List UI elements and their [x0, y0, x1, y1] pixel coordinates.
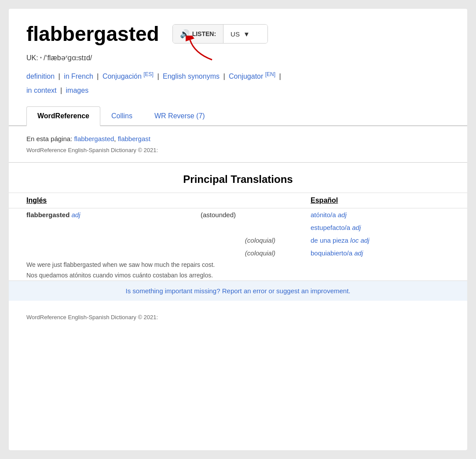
content-section: En esta página: flabbergasted, flabberga…: [9, 126, 467, 162]
main-container: flabbergasted 🔊 LISTEN: US ▼: [9, 9, 467, 450]
example-row-en: We were just flabbergasted when we saw h…: [9, 259, 467, 270]
report-row: Is something important missing? Report a…: [9, 281, 467, 301]
example-row-es: Nos quedamos atónitos cuando vimos cuánt…: [9, 270, 467, 281]
example-text-en: We were just flabbergasted when we saw h…: [26, 261, 215, 268]
espanol-word-4: boquiabierto/a: [311, 249, 352, 257]
listen-region-select[interactable]: US ▼: [223, 25, 267, 43]
phonetic-row: UK:* /ˈflæbəʳɡɑːstɪd/: [26, 54, 450, 62]
tab-wr-reverse[interactable]: WR Reverse (7): [143, 106, 216, 126]
espanol-cell: atónito/a adj: [293, 208, 467, 222]
espanol-pos-3: loc adj: [350, 237, 369, 244]
nav-link-in-context[interactable]: in context: [26, 87, 56, 94]
meaning-text: (astounded): [201, 211, 236, 219]
tabs-section: WordReference Collins WR Reverse (7): [9, 106, 467, 126]
espanol-word-1: atónito/a: [311, 211, 336, 219]
ingles-word: flabbergasted: [26, 211, 70, 219]
espanol-row-1: atónito/a adj: [311, 211, 450, 219]
espanol-pos-1: adj: [338, 211, 347, 219]
listen-button[interactable]: 🔊 LISTEN:: [173, 25, 223, 43]
coloquial-cell-1: (coloquial): [183, 234, 293, 247]
bottom-copyright: WordReference English-Spanish Dictionary…: [26, 314, 450, 321]
en-esta-pagina-prefix: En esta página:: [26, 135, 72, 142]
nav-links-row: definition | in French | Conjugación [ES…: [26, 69, 450, 98]
espanol-pos-2: adj: [352, 224, 361, 231]
col-meaning-header: [183, 193, 293, 208]
listen-label: LISTEN:: [192, 30, 216, 37]
copyright-text-1: WordReference English-Spanish Dictionary…: [26, 147, 450, 153]
nav-link-in-french[interactable]: in French: [64, 73, 93, 80]
tab-wordreference[interactable]: WordReference: [26, 106, 100, 126]
listen-region-text: US: [231, 30, 240, 38]
nav-link-images[interactable]: images: [66, 87, 89, 94]
listen-widget: 🔊 LISTEN: US ▼: [172, 24, 268, 44]
table-row: flabbergasted adj (astounded) atónito/a …: [9, 208, 467, 222]
col-ingles-header: Inglés: [9, 193, 183, 208]
word-title-row: flabbergasted 🔊 LISTEN: US ▼: [26, 22, 450, 46]
nav-link-definition[interactable]: definition: [26, 73, 55, 80]
nav-link-conjugator[interactable]: Conjugator [EN]: [229, 73, 275, 80]
table-row: (coloquial) boquiabierto/a adj: [9, 247, 467, 259]
phonetic-text: /ˈflæbəʳɡɑːstɪd/: [44, 54, 92, 62]
example-text-es: Nos quedamos atónitos cuando vimos cuánt…: [26, 272, 213, 279]
phonetic-asterisk: *: [40, 56, 42, 61]
nav-link-english-synonyms[interactable]: English synonyms: [163, 73, 220, 80]
principal-translations-header: Principal Translations: [9, 163, 467, 193]
link-flabbergasted[interactable]: flabbergasted: [74, 135, 114, 142]
translations-section: Principal Translations Inglés Español fl…: [9, 162, 467, 301]
table-row: (coloquial) de una pieza loc adj: [9, 234, 467, 247]
bottom-section: WordReference English-Spanish Dictionary…: [9, 301, 467, 329]
nav-link-conjugacion[interactable]: Conjugación [ES]: [103, 73, 154, 80]
tab-collins[interactable]: Collins: [100, 106, 143, 126]
espanol-word-3: de una pieza: [311, 237, 348, 244]
link-flabbergast[interactable]: flabbergast: [118, 135, 150, 142]
espanol-pos-4: adj: [354, 249, 363, 257]
meaning-cell: (astounded): [183, 208, 293, 222]
phonetic-label: UK:: [26, 54, 38, 62]
header-section: flabbergasted 🔊 LISTEN: US ▼: [9, 9, 467, 106]
dropdown-arrow-icon: ▼: [243, 30, 250, 38]
speaker-icon: 🔊: [180, 29, 190, 39]
word-title: flabbergasted: [26, 22, 159, 46]
ingles-pos: adj: [72, 211, 81, 219]
translations-table: Inglés Español flabbergasted adj (astoun…: [9, 193, 467, 301]
report-cell: Is something important missing? Report a…: [9, 281, 467, 301]
ingles-word-cell: flabbergasted adj: [9, 208, 183, 222]
en-esta-pagina: En esta página: flabbergasted, flabberga…: [26, 135, 450, 142]
listen-area: 🔊 LISTEN: US ▼: [172, 24, 268, 44]
report-link[interactable]: Is something important missing? Report a…: [125, 287, 350, 295]
espanol-word-2: estupefacto/a: [311, 224, 350, 231]
espanol-cell-4: boquiabierto/a adj: [293, 247, 467, 259]
example-cell-es: Nos quedamos atónitos cuando vimos cuánt…: [9, 270, 467, 281]
example-cell-en: We were just flabbergasted when we saw h…: [9, 259, 467, 270]
espanol-cell-3: de una pieza loc adj: [293, 234, 467, 247]
espanol-cell-2: estupefacto/a adj: [293, 221, 467, 234]
table-header-row: Inglés Español: [9, 193, 467, 208]
col-espanol-header: Español: [293, 193, 467, 208]
table-row: estupefacto/a adj: [9, 221, 467, 234]
coloquial-cell-2: (coloquial): [183, 247, 293, 259]
